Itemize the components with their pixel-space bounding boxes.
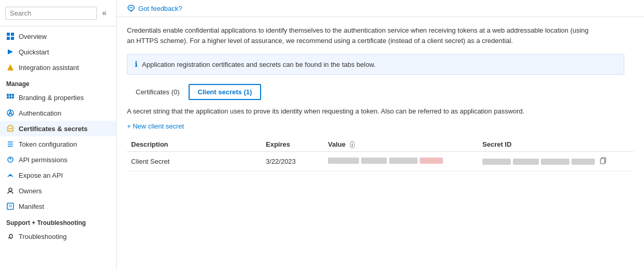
feedback-icon xyxy=(127,4,135,12)
branding-icon xyxy=(6,93,15,102)
value-redacted xyxy=(328,158,443,164)
sidebar-item-troubleshooting[interactable]: Troubleshooting xyxy=(0,229,116,244)
redacted-seg-4 xyxy=(420,158,443,164)
sidebar-item-certificates[interactable]: Certificates & secrets xyxy=(0,121,116,136)
sidebar-item-troubleshooting-label: Troubleshooting xyxy=(19,233,67,240)
col-header-value: Value i xyxy=(324,137,478,152)
svg-point-18 xyxy=(9,188,12,191)
client-secret-description: Client Secret xyxy=(127,152,262,172)
table-row: Client Secret 3/22/2023 xyxy=(127,152,634,172)
sidebar-item-authentication[interactable]: Authentication xyxy=(0,105,116,121)
secrets-table-container: Description Expires Value i Secret ID Cl… xyxy=(127,137,634,172)
expose-api-icon xyxy=(6,171,15,179)
sidebar-item-branding[interactable]: Branding & properties xyxy=(0,90,116,105)
sidebar: « Overview Quickstart Integration assist… xyxy=(0,0,117,270)
svg-rect-8 xyxy=(12,94,14,96)
svg-rect-10 xyxy=(9,96,11,98)
sidebar-item-overview-label: Overview xyxy=(19,33,47,40)
sidebar-item-quickstart[interactable]: Quickstart xyxy=(0,44,116,60)
owners-icon xyxy=(6,187,15,195)
troubleshooting-icon xyxy=(6,232,15,240)
tab-certificates[interactable]: Certificates (0) xyxy=(127,84,189,100)
client-secret-value xyxy=(324,152,478,172)
tab-certificates-label: Certificates (0) xyxy=(136,88,180,96)
collapse-button[interactable]: « xyxy=(100,4,111,22)
tabs-container: Certificates (0) Client secrets (1) xyxy=(127,84,634,100)
svg-rect-2 xyxy=(7,37,10,40)
sidebar-item-branding-label: Branding & properties xyxy=(19,94,84,102)
svg-rect-7 xyxy=(9,94,11,96)
sidebar-item-api-permissions-label: API permissions xyxy=(19,156,67,164)
svg-rect-11 xyxy=(12,96,14,98)
secret-id-seg-4 xyxy=(571,159,595,165)
sidebar-nav: Overview Quickstart Integration assistan… xyxy=(0,26,116,270)
search-input[interactable] xyxy=(5,7,97,20)
svg-rect-6 xyxy=(7,94,9,96)
sidebar-item-expose-api-label: Expose an API xyxy=(19,172,63,179)
sidebar-item-authentication-label: Authentication xyxy=(19,109,61,117)
secret-id-seg-3 xyxy=(541,159,569,165)
secret-id-redacted xyxy=(482,159,595,165)
secret-id-seg-2 xyxy=(513,159,539,165)
sidebar-item-integration-label: Integration assistant xyxy=(19,64,79,72)
api-permissions-icon xyxy=(6,155,15,164)
support-section-header: Support + Troubleshooting xyxy=(0,214,116,229)
manage-section-header: Manage xyxy=(0,75,116,90)
sidebar-item-token-label: Token configuration xyxy=(19,140,77,148)
feedback-label: Got feedback? xyxy=(138,5,182,12)
svg-rect-19 xyxy=(7,203,13,209)
description-text: Credentials enable confidential applicat… xyxy=(127,25,593,46)
sidebar-item-owners[interactable]: Owners xyxy=(0,183,116,198)
col-header-description: Description xyxy=(127,137,262,152)
svg-point-17 xyxy=(9,174,11,176)
content-area: Credentials enable confidential applicat… xyxy=(117,17,644,270)
copy-secret-id-button[interactable] xyxy=(598,156,609,167)
overview-icon xyxy=(6,32,15,40)
search-bar: « xyxy=(0,0,116,26)
sidebar-item-owners-label: Owners xyxy=(19,187,42,195)
col-header-expires: Expires xyxy=(262,137,324,152)
svg-rect-9 xyxy=(7,96,9,98)
col-header-secret-id: Secret ID xyxy=(478,137,634,152)
sidebar-item-api-permissions[interactable]: API permissions xyxy=(0,152,116,167)
quickstart-icon xyxy=(6,48,15,56)
svg-rect-1 xyxy=(11,33,14,36)
info-banner: ℹ Application registration certificates … xyxy=(127,54,624,75)
sidebar-item-overview[interactable]: Overview xyxy=(0,29,116,44)
sidebar-item-integration[interactable]: Integration assistant xyxy=(0,60,116,75)
value-info-icon[interactable]: i xyxy=(350,141,355,148)
svg-rect-26 xyxy=(600,159,605,164)
svg-point-24 xyxy=(132,7,133,8)
svg-point-22 xyxy=(130,7,131,8)
svg-marker-5 xyxy=(7,64,13,70)
sidebar-item-manifest[interactable]: Manifest xyxy=(0,198,116,214)
token-icon xyxy=(6,140,15,148)
tab-client-secrets[interactable]: Client secrets (1) xyxy=(189,84,262,100)
svg-marker-4 xyxy=(8,49,13,54)
sidebar-item-expose-api[interactable]: Expose an API xyxy=(0,167,116,183)
sidebar-item-certificates-label: Certificates & secrets xyxy=(19,125,88,133)
svg-rect-0 xyxy=(7,33,10,36)
secrets-table: Description Expires Value i Secret ID Cl… xyxy=(127,137,634,172)
svg-rect-3 xyxy=(11,37,14,40)
new-client-secret-button[interactable]: + New client secret xyxy=(127,122,184,130)
sidebar-item-manifest-label: Manifest xyxy=(19,203,44,210)
new-secret-label: + New client secret xyxy=(127,122,184,130)
sidebar-item-quickstart-label: Quickstart xyxy=(19,48,49,56)
svg-point-23 xyxy=(131,7,132,8)
tab-client-secrets-label: Client secrets (1) xyxy=(198,88,252,96)
secret-id-seg-1 xyxy=(482,159,511,165)
sidebar-item-token[interactable]: Token configuration xyxy=(0,136,116,152)
main-content: Got feedback? Credentials enable confide… xyxy=(117,0,644,270)
integration-icon xyxy=(6,63,15,72)
redacted-seg-1 xyxy=(328,158,359,164)
authentication-icon xyxy=(6,109,15,117)
redacted-seg-3 xyxy=(389,158,418,164)
secret-description: A secret string that the application use… xyxy=(127,107,634,115)
manifest-icon xyxy=(6,202,15,210)
client-secret-id xyxy=(478,152,634,172)
info-icon: ℹ xyxy=(135,60,138,69)
client-secret-expires: 3/22/2023 xyxy=(262,152,324,172)
redacted-seg-2 xyxy=(361,158,387,164)
feedback-bar[interactable]: Got feedback? xyxy=(117,0,644,17)
